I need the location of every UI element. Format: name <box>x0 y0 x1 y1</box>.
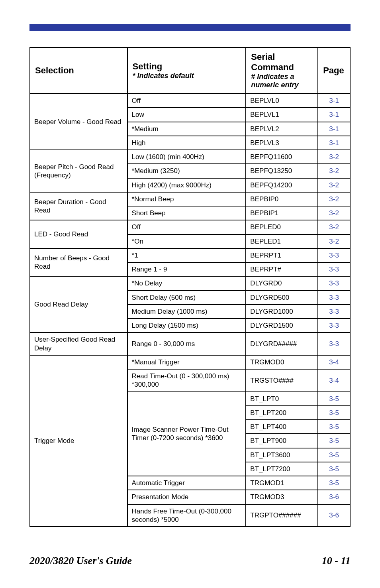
page-link[interactable]: 3-2 <box>329 209 339 217</box>
page-link[interactable]: 3-1 <box>329 97 339 104</box>
page-cell: 3-3 <box>318 276 350 290</box>
page-link[interactable]: 3-5 <box>329 437 339 444</box>
setting-cell: *1 <box>127 248 246 262</box>
page-link[interactable]: 3-2 <box>329 238 339 245</box>
page-link[interactable]: 3-5 <box>329 479 339 487</box>
page-link[interactable]: 3-3 <box>329 308 339 315</box>
serial-cell: TRGMOD1 <box>246 476 318 490</box>
page-cell: 3-2 <box>318 234 350 248</box>
page-cell: 3-3 <box>318 305 350 319</box>
selection-cell: Number of Beeps - Good Read <box>30 248 127 277</box>
serial-cell: TRGSTO#### <box>246 369 318 392</box>
setting-cell: Long Delay (1500 ms) <box>127 319 246 332</box>
header-selection: Selection <box>30 47 127 94</box>
content-area: Selection Setting* Indicates default Ser… <box>0 31 380 527</box>
selection-cell: Trigger Mode <box>30 355 127 527</box>
serial-cell: TRGMOD3 <box>246 490 318 504</box>
page-link[interactable]: 3-2 <box>329 153 339 161</box>
page-link[interactable]: 3-1 <box>329 125 339 133</box>
page-cell: 3-3 <box>318 332 350 355</box>
setting-cell: Hands Free Time-Out (0-300,000 seconds) … <box>127 504 246 527</box>
page-link[interactable]: 3-4 <box>329 377 339 384</box>
page-link[interactable]: 3-4 <box>329 358 339 366</box>
serial-cell: BEPLED1 <box>246 234 318 248</box>
page-cell: 3-3 <box>318 262 350 276</box>
page-link[interactable]: 3-1 <box>329 139 339 147</box>
footer-title: 2020/3820 User's Guide <box>29 555 132 567</box>
serial-cell: TRGPTO###### <box>246 504 318 527</box>
page-link[interactable]: 3-2 <box>329 167 339 175</box>
page-link[interactable]: 3-6 <box>329 493 339 501</box>
serial-cell: BT_LPT0 <box>246 392 318 406</box>
footer-page-num: 10 - 11 <box>322 555 351 567</box>
serial-cell: BEPBIP1 <box>246 206 318 220</box>
page-cell: 3-4 <box>318 369 350 392</box>
setting-cell: *Medium <box>127 122 246 136</box>
page-link[interactable]: 3-6 <box>329 511 339 519</box>
page-cell: 3-1 <box>318 136 350 150</box>
serial-cell: BT_LPT900 <box>246 434 318 448</box>
page-link[interactable]: 3-5 <box>329 423 339 431</box>
header-page-label: Page <box>323 65 344 75</box>
serial-cell: DLYGRD1000 <box>246 305 318 319</box>
page-cell: 3-1 <box>318 108 350 122</box>
setting-cell: Presentation Mode <box>127 490 246 504</box>
page-footer: 2020/3820 User's Guide 10 - 11 <box>0 527 380 583</box>
setting-cell: Read Time-Out (0 - 300,000 ms) *300,000 <box>127 369 246 392</box>
page-link[interactable]: 3-5 <box>329 465 339 473</box>
header-serial-label: Serial Command <box>251 52 294 72</box>
serial-cell: BEPLVL1 <box>246 108 318 122</box>
page-link[interactable]: 3-3 <box>329 322 339 329</box>
setting-cell: Range 0 - 30,000 ms <box>127 332 246 355</box>
page-link[interactable]: 3-5 <box>329 451 339 459</box>
page-link[interactable]: 3-3 <box>329 279 339 287</box>
page-link[interactable]: 3-5 <box>329 395 339 403</box>
page-cell: 3-2 <box>318 178 350 192</box>
page-cell: 3-6 <box>318 490 350 504</box>
page-link[interactable]: 3-3 <box>329 265 339 273</box>
serial-cell: BEPLVL2 <box>246 122 318 136</box>
setting-cell: *Medium (3250) <box>127 164 246 178</box>
header-setting-sub: * Indicates default <box>133 72 194 80</box>
page-link[interactable]: 3-5 <box>329 409 339 417</box>
serial-cell: BT_LPT400 <box>246 420 318 434</box>
serial-cell: BEPLVL0 <box>246 94 318 108</box>
page-link[interactable]: 3-2 <box>329 195 339 203</box>
header-bar <box>29 24 351 31</box>
serial-cell: BT_LPT200 <box>246 406 318 420</box>
page-cell: 3-5 <box>318 420 350 434</box>
header-serial: Serial Command# Indicates a numeric entr… <box>246 47 318 94</box>
page-cell: 3-3 <box>318 248 350 262</box>
selection-cell: Beeper Volume - Good Read <box>30 94 127 150</box>
setting-cell: Automatic Trigger <box>127 476 246 490</box>
setting-cell: Medium Delay (1000 ms) <box>127 305 246 319</box>
page-cell: 3-2 <box>318 220 350 234</box>
page-cell: 3-2 <box>318 192 350 206</box>
serial-cell: DLYGRD500 <box>246 291 318 305</box>
setting-cell: High <box>127 136 246 150</box>
setting-cell: *On <box>127 234 246 248</box>
serial-cell: DLYGRD0 <box>246 276 318 290</box>
page-link[interactable]: 3-3 <box>329 294 339 301</box>
table-body: Beeper Volume - Good ReadOffBEPLVL03-1Lo… <box>30 94 350 527</box>
page-link[interactable]: 3-2 <box>329 223 339 231</box>
table-row: Good Read Delay*No DelayDLYGRD03-3 <box>30 276 350 290</box>
header-serial-sub: # Indicates a numeric entry <box>251 73 298 89</box>
page-cell: 3-2 <box>318 164 350 178</box>
page-link[interactable]: 3-2 <box>329 181 339 189</box>
serial-cell: BEPRPT1 <box>246 248 318 262</box>
setting-cell: Low <box>127 108 246 122</box>
table-row: Trigger Mode*Manual TriggerTRGMOD03-4 <box>30 355 350 369</box>
page-cell: 3-5 <box>318 406 350 420</box>
page-cell: 3-5 <box>318 462 350 476</box>
page-link[interactable]: 3-3 <box>329 252 339 259</box>
serial-cell: BEPBIP0 <box>246 192 318 206</box>
serial-cell: BEPRPT# <box>246 262 318 276</box>
page-cell: 3-5 <box>318 448 350 462</box>
table-row: Beeper Volume - Good ReadOffBEPLVL03-1 <box>30 94 350 108</box>
selection-cell: LED - Good Read <box>30 220 127 248</box>
page-cell: 3-1 <box>318 94 350 108</box>
page-link[interactable]: 3-1 <box>329 111 339 118</box>
serial-cell: BEPLVL3 <box>246 136 318 150</box>
page-link[interactable]: 3-3 <box>329 340 339 348</box>
